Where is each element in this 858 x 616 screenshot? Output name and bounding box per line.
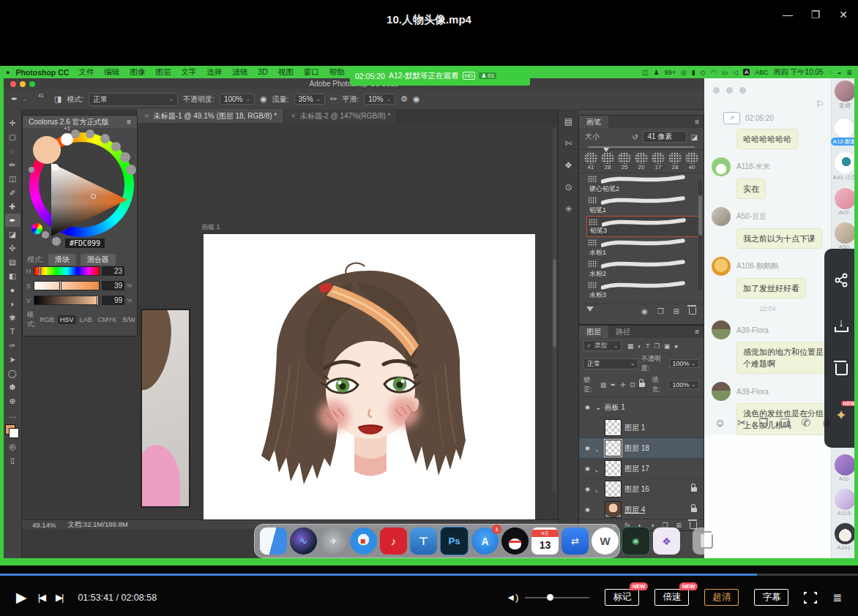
image-icon[interactable]: ❏ — [780, 416, 789, 429]
screen-mode-tool[interactable]: ▯ — [5, 454, 20, 467]
background-color-swatch[interactable] — [9, 428, 19, 438]
airbrush-icon[interactable]: ✏ — [330, 94, 337, 104]
slider-value[interactable]: 23 — [102, 266, 124, 276]
screenshot-icon[interactable]: ✂ — [737, 416, 747, 429]
layer-thumbnail[interactable] — [605, 501, 622, 518]
blur-tool[interactable]: ● — [5, 283, 20, 296]
menu-item-选择[interactable]: 选择 — [201, 67, 227, 78]
menu-item-图层[interactable]: 图层 — [150, 67, 176, 78]
info-icon[interactable]: ⊙ — [564, 182, 572, 192]
layer-row[interactable]: 图层 1 — [579, 418, 704, 438]
path-selection-tool[interactable]: ➤ — [5, 353, 20, 366]
shape-tool[interactable]: ◯ — [5, 367, 20, 380]
layer-filter-select[interactable]: ⌕ 类型 ⌄ — [583, 340, 622, 351]
eye-icon[interactable]: ◉ — [583, 404, 592, 410]
context-delete-button[interactable] — [835, 364, 848, 375]
filter-shape-icon[interactable]: ❐ — [654, 342, 660, 350]
volume-icon[interactable]: ◄) — [506, 592, 518, 603]
history-brush-tool[interactable]: ✣ — [5, 241, 20, 255]
screen-mirror-icon[interactable]: ◫ — [642, 69, 649, 76]
layer-row[interactable]: ◉⌞图层 17 — [579, 459, 704, 479]
artboard[interactable] — [204, 234, 535, 519]
eyedropper-tool[interactable]: ✐ — [5, 186, 20, 199]
chevron-down-icon[interactable]: ⌄ — [595, 403, 601, 411]
eraser-tool[interactable]: ▤ — [5, 255, 20, 268]
toggle-brush-panel-icon[interactable]: ◨ — [54, 94, 61, 104]
dock-app-store-icon[interactable]: A1 — [471, 527, 499, 555]
clone-stamp-tool[interactable]: ◪ — [5, 228, 20, 241]
chevron-down-icon[interactable]: ⌄ — [23, 96, 28, 102]
move-tool[interactable]: ✛ — [5, 116, 20, 129]
dock-qq-icon[interactable] — [501, 527, 529, 555]
avatar[interactable] — [712, 157, 731, 176]
color-mode-CMYK[interactable]: CMYK — [96, 315, 119, 324]
layer-row[interactable]: ◉⌞图层 16 — [579, 479, 704, 500]
type-tool[interactable]: T — [5, 325, 20, 338]
battery-icon[interactable]: ▮ — [692, 69, 695, 76]
dock-safari-icon[interactable]: ◆ — [350, 527, 377, 555]
delete-brush-icon[interactable] — [689, 307, 696, 315]
bluetooth-icon[interactable]: ◇ — [701, 69, 706, 76]
zoom-dot[interactable] — [739, 87, 746, 94]
apple-logo-icon[interactable]: ● — [6, 69, 10, 76]
player-button-倍速[interactable]: 倍速NEW — [654, 589, 689, 606]
reference-photo-window[interactable] — [141, 309, 190, 508]
layers-tab[interactable]: 图层 — [579, 326, 608, 338]
canvas-scrollbar[interactable] — [553, 127, 556, 493]
volume-icon[interactable]: ◁ — [733, 69, 738, 76]
coolorus-mode-混合器[interactable]: 混合器 — [81, 254, 116, 266]
coolorus-mode-滑块[interactable]: 滑块 — [48, 254, 76, 266]
progress-bar[interactable] — [0, 574, 858, 576]
filter-pixel-icon[interactable]: ▦ — [627, 342, 633, 350]
layer-thumbnail[interactable] — [605, 481, 622, 497]
dock-teamviewer-icon[interactable]: ⇄ — [562, 527, 589, 555]
menubar-app-name[interactable]: Photoshop CC — [15, 68, 69, 77]
color-mode-B/W[interactable]: B/W — [121, 315, 138, 324]
play-button[interactable]: ▶ — [16, 589, 27, 606]
filter-adjustment-icon[interactable]: ◐ — [638, 342, 641, 350]
filter-type-icon[interactable]: T — [646, 342, 649, 350]
ime-icon[interactable]: A — [743, 69, 750, 75]
dock-keynote-icon[interactable]: ⊤ — [410, 527, 437, 555]
close-dot[interactable] — [713, 87, 720, 94]
layer-fill-select[interactable]: 100%⌄ — [668, 380, 699, 389]
dock-photoshop-icon[interactable]: Ps — [440, 527, 469, 555]
chat-input-area[interactable] — [704, 435, 831, 560]
slider-track-h[interactable] — [34, 266, 100, 276]
emoji-icon[interactable]: ☺ — [715, 416, 725, 429]
player-button-字幕[interactable]: 字幕 — [754, 589, 788, 606]
layer-thumbnail[interactable] — [605, 460, 622, 477]
lock-pixels-icon[interactable]: ✒ — [611, 381, 616, 388]
minimize-dot[interactable] — [726, 87, 733, 94]
share-record-icon[interactable]: ↗ — [723, 112, 740, 124]
qq-icon[interactable]: ♟ — [654, 69, 660, 76]
paths-tab[interactable]: 路径 — [608, 326, 638, 338]
minimize-button[interactable]: — — [782, 9, 794, 20]
flow-select[interactable]: 35%⌄ — [294, 94, 326, 105]
next-button[interactable]: ▶| — [56, 592, 62, 603]
adjustment-layer-icon[interactable]: ◑ — [650, 522, 654, 529]
avatar[interactable] — [712, 257, 731, 276]
context-pin-button[interactable]: NEW✦ — [835, 407, 847, 424]
clone-source-icon[interactable]: ✄ — [564, 138, 572, 149]
volume-slider[interactable] — [525, 597, 589, 598]
mini-color-wheel-icon[interactable] — [31, 223, 42, 234]
brush-tool-icon[interactable]: ✒ — [11, 94, 18, 104]
smoothing-select[interactable]: 10%⌄ — [364, 94, 395, 105]
lock-position-icon[interactable]: ✛ — [620, 381, 625, 388]
menu-item-3D[interactable]: 3D — [253, 67, 272, 78]
hand-tool[interactable]: ✽ — [5, 380, 20, 394]
color-mode-LAB[interactable]: LAB — [78, 315, 94, 324]
layer-opacity-select[interactable]: 100%⌄ — [669, 359, 700, 368]
lock-all-icon[interactable] — [639, 383, 645, 387]
close-traffic-light[interactable] — [10, 81, 16, 87]
spot-healing-tool[interactable]: ✚ — [5, 200, 20, 213]
panel-menu-icon[interactable]: ≡ — [690, 328, 704, 336]
spotlight-search-icon[interactable]: ◌ — [829, 69, 832, 76]
player-button-超清[interactable]: 超清 — [704, 589, 739, 606]
color-swatches[interactable] — [5, 424, 20, 439]
dock-screen-tool-icon[interactable]: ◉ — [622, 527, 650, 555]
layer-thumbnail[interactable] — [605, 419, 622, 436]
slider-value[interactable]: 39 — [102, 281, 124, 290]
avatar[interactable] — [712, 320, 731, 339]
